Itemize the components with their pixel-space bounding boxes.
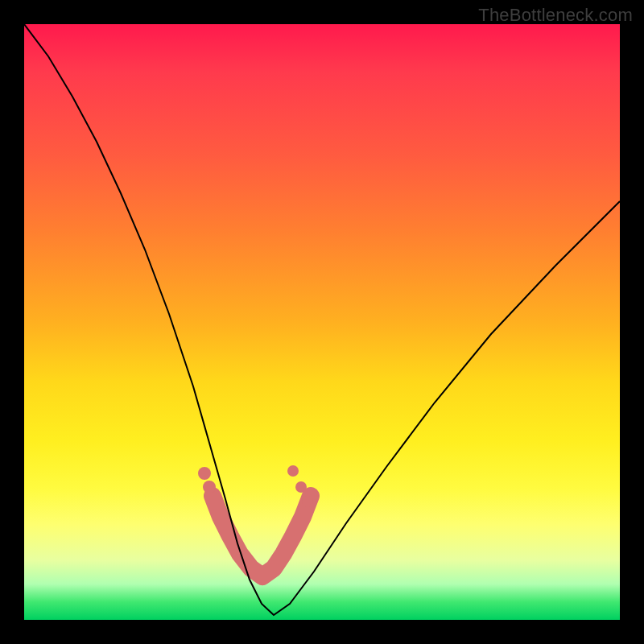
outer-frame: TheBottleneck.com: [0, 0, 644, 644]
right-upper-dot: [287, 465, 299, 477]
plot-area: [24, 24, 620, 620]
watermark-text: TheBottleneck.com: [478, 5, 633, 26]
left-upper-dot: [198, 467, 211, 480]
right-mid-dot: [295, 481, 307, 493]
left-lower-dot: [203, 481, 216, 493]
right-lower-dot: [302, 496, 313, 507]
bottleneck-curve: [24, 24, 620, 615]
chart-svg: [24, 24, 620, 620]
